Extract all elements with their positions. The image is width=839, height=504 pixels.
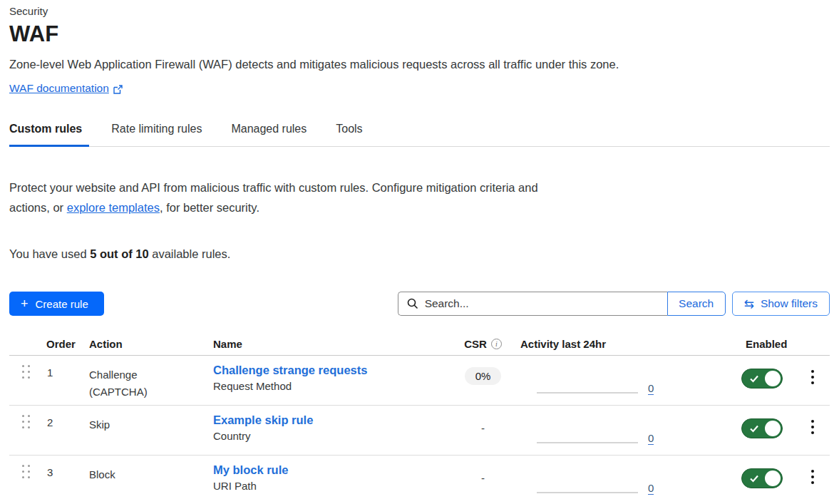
drag-handle-icon[interactable] — [22, 415, 39, 429]
header-enabled: Enabled — [734, 338, 795, 350]
rule-name-link[interactable]: Challenge strange requests — [213, 364, 367, 377]
toggle-knob — [765, 470, 781, 486]
check-icon — [748, 473, 760, 484]
drag-handle-cell — [9, 356, 39, 405]
kebab-menu-icon[interactable] — [807, 369, 818, 405]
table-row: 2 Skip Example skip rule Country - 0 — [9, 406, 830, 456]
rule-name-cell: My block rule URI Path — [204, 456, 446, 504]
plus-icon: + — [21, 297, 29, 310]
usage-suffix: available rules. — [149, 247, 231, 260]
show-filters-label: Show filters — [761, 297, 818, 310]
table-row: 3 Block My block rule URI Path - 0 — [9, 456, 830, 504]
table-header-row: Order Action Name CSR i Activity last 24… — [9, 338, 830, 356]
page-description: Zone-level Web Application Firewall (WAF… — [9, 58, 830, 71]
csr-cell: 0% — [446, 356, 520, 405]
rule-action: Skip — [80, 406, 204, 455]
tab-rate-limiting-rules[interactable]: Rate limiting rules — [111, 123, 202, 146]
activity-cell: 0 — [520, 356, 734, 405]
intro-after: , for better security. — [160, 201, 259, 214]
info-icon[interactable]: i — [491, 339, 502, 349]
header-name: Name — [204, 338, 446, 350]
toolbar: + Create rule Search ⇆ Show filters — [9, 292, 830, 316]
search-field-wrap — [398, 292, 667, 316]
rule-action-line1: Challenge — [89, 366, 204, 384]
table-row: 1 Challenge (CAPTCHA) Challenge strange … — [9, 356, 830, 406]
rule-order: 1 — [39, 356, 80, 405]
rule-field: Request Method — [213, 380, 446, 392]
rule-name-cell: Example skip rule Country — [204, 406, 446, 455]
enabled-toggle[interactable] — [741, 369, 783, 389]
tab-bar: Custom rules Rate limiting rules Managed… — [9, 123, 830, 147]
csr-value: - — [481, 467, 485, 484]
rule-order: 2 — [39, 406, 80, 455]
tab-managed-rules[interactable]: Managed rules — [231, 123, 307, 146]
rule-action-line1: Skip — [89, 416, 204, 433]
search-input[interactable] — [425, 297, 660, 310]
drag-handle-icon[interactable] — [22, 465, 39, 479]
rule-name-link[interactable]: Example skip rule — [213, 413, 313, 427]
enabled-toggle[interactable] — [741, 468, 783, 488]
explore-templates-link[interactable]: explore templates — [67, 201, 160, 214]
kebab-menu-icon[interactable] — [807, 468, 818, 504]
tab-tools[interactable]: Tools — [336, 123, 362, 146]
search-icon — [407, 298, 418, 309]
rule-action: Block — [80, 456, 204, 504]
activity-sparkline — [537, 492, 638, 493]
header-csr-label: CSR — [464, 338, 487, 350]
header-action: Action — [80, 338, 204, 350]
usage-count: 5 out of 10 — [90, 247, 149, 260]
rule-order: 3 — [39, 456, 80, 504]
enabled-cell — [734, 406, 795, 455]
create-rule-label: Create rule — [36, 298, 88, 310]
activity-sparkline — [537, 442, 638, 443]
show-filters-button[interactable]: ⇆ Show filters — [732, 292, 830, 316]
usage-prefix: You have used — [9, 247, 90, 260]
rule-action: Challenge (CAPTCHA) — [80, 356, 204, 405]
usage-text: You have used 5 out of 10 available rule… — [9, 247, 830, 261]
header-order: Order — [39, 338, 80, 350]
rule-field: Country — [213, 430, 446, 442]
toggle-knob — [765, 371, 781, 386]
kebab-cell — [795, 356, 830, 405]
header-csr: CSR i — [446, 338, 520, 350]
rule-field: URI Path — [213, 480, 446, 492]
activity-cell: 0 — [520, 456, 734, 504]
check-icon — [748, 423, 760, 434]
rule-name-cell: Challenge strange requests Request Metho… — [204, 356, 446, 405]
kebab-cell — [795, 406, 830, 455]
rules-table: Order Action Name CSR i Activity last 24… — [9, 338, 830, 504]
breadcrumb: Security — [9, 5, 830, 17]
rule-action-line1: Block — [89, 466, 204, 483]
waf-documentation-link[interactable]: WAF documentation — [9, 82, 109, 95]
enabled-cell — [734, 456, 795, 504]
activity-cell: 0 — [520, 406, 734, 455]
check-icon — [748, 373, 760, 384]
activity-count-link[interactable]: 0 — [648, 382, 654, 395]
header-activity: Activity last 24hr — [520, 338, 734, 350]
enabled-cell — [734, 356, 795, 405]
waf-page: Security WAF Zone-level Web Application … — [0, 5, 839, 504]
enabled-toggle[interactable] — [741, 418, 783, 438]
search-button[interactable]: Search — [667, 292, 726, 316]
intro-text: Protect your website and API from malici… — [9, 178, 540, 217]
csr-cell: - — [446, 406, 520, 455]
drag-handle-cell — [9, 406, 39, 455]
rule-action-line2: (CAPTCHA) — [89, 384, 204, 401]
kebab-menu-icon[interactable] — [807, 418, 818, 455]
activity-count-link[interactable]: 0 — [648, 482, 654, 495]
csr-badge: 0% — [465, 367, 502, 385]
external-link-icon — [113, 84, 123, 93]
activity-sparkline — [537, 392, 638, 394]
swap-arrows-icon: ⇆ — [744, 298, 754, 310]
csr-value: - — [481, 417, 485, 434]
drag-handle-cell — [9, 456, 39, 504]
create-rule-button[interactable]: + Create rule — [9, 292, 104, 316]
rule-name-link[interactable]: My block rule — [213, 463, 288, 477]
drag-handle-icon[interactable] — [22, 365, 39, 379]
tab-custom-rules[interactable]: Custom rules — [9, 123, 82, 146]
activity-count-link[interactable]: 0 — [648, 432, 654, 445]
toggle-knob — [765, 421, 781, 436]
search-group: Search ⇆ Show filters — [398, 292, 830, 316]
kebab-cell — [795, 456, 830, 504]
csr-cell: - — [446, 456, 520, 504]
